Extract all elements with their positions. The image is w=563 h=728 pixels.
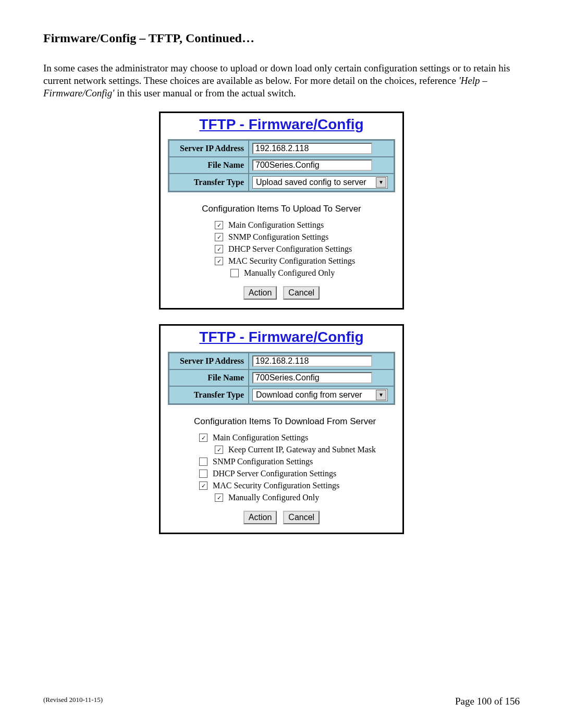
checkbox-icon — [215, 446, 223, 454]
page-heading: Firmware/Config – TFTP, Continued… — [43, 31, 520, 45]
server-ip-input[interactable] — [252, 355, 372, 367]
check-keep-ip[interactable]: Keep Current IP, Gateway and Subnet Mask — [199, 445, 395, 454]
action-button[interactable]: Action — [243, 511, 277, 524]
checkbox-icon — [199, 434, 207, 442]
check-mac[interactable]: MAC Security Configuration Settings — [199, 481, 395, 490]
revised-date: (Revised 2010-11-15) — [43, 696, 103, 707]
server-ip-label: Server IP Address — [169, 353, 249, 369]
transfer-type-label: Transfer Type — [169, 386, 249, 404]
upload-checklist: Main Configuration Settings SNMP Configu… — [168, 220, 395, 278]
check-main[interactable]: Main Configuration Settings — [215, 220, 395, 230]
checkbox-icon — [215, 493, 223, 502]
form-table: Server IP Address File Name Transfer Typ… — [168, 139, 395, 192]
intro-pre: In some cases the administrator may choo… — [43, 63, 510, 86]
config-items-heading: Configuration Items To Upload To Server — [168, 204, 395, 214]
download-panel: TFTP - Firmware/Config Server IP Address… — [159, 324, 404, 534]
check-snmp[interactable]: SNMP Configuration Settings — [199, 457, 395, 466]
checkbox-icon — [215, 257, 223, 265]
transfer-type-select[interactable]: Download config from server ▼ — [252, 389, 388, 401]
checkbox-icon — [215, 233, 223, 241]
intro-post: in this user manual or from the actual s… — [114, 88, 296, 98]
checkbox-icon — [199, 458, 207, 466]
check-label: DHCP Server Configuration Settings — [228, 244, 352, 254]
checkbox-icon — [215, 221, 223, 229]
panel-title: TFTP - Firmware/Config — [168, 116, 395, 133]
check-label: MAC Security Configuration Settings — [228, 256, 355, 266]
cancel-button[interactable]: Cancel — [283, 511, 320, 524]
check-label: MAC Security Configuration Settings — [213, 481, 339, 490]
check-label: SNMP Configuration Settings — [228, 232, 328, 242]
file-name-input[interactable] — [252, 372, 372, 384]
checkbox-icon — [199, 482, 207, 490]
transfer-type-label: Transfer Type — [169, 174, 249, 191]
action-button[interactable]: Action — [243, 286, 277, 300]
file-name-label: File Name — [169, 369, 249, 386]
transfer-type-value: Upload saved config to server — [256, 178, 366, 187]
panel-title: TFTP - Firmware/Config — [168, 329, 395, 346]
check-manual-only[interactable]: Manually Configured Only — [199, 493, 395, 502]
form-table: Server IP Address File Name Transfer Typ… — [168, 352, 395, 405]
check-label: Keep Current IP, Gateway and Subnet Mask — [228, 445, 376, 454]
file-name-input[interactable] — [252, 159, 372, 171]
check-label: DHCP Server Configuration Settings — [213, 469, 336, 478]
server-ip-input[interactable] — [252, 143, 372, 154]
check-manual-only[interactable]: Manually Configured Only — [215, 268, 395, 278]
check-main[interactable]: Main Configuration Settings — [199, 433, 395, 442]
checkbox-icon — [230, 269, 239, 277]
checkbox-icon — [215, 245, 223, 253]
server-ip-label: Server IP Address — [169, 140, 249, 157]
config-items-heading: Configuration Items To Download From Ser… — [168, 416, 395, 427]
check-label: SNMP Configuration Settings — [213, 457, 313, 466]
download-checklist: Main Configuration Settings Keep Current… — [168, 433, 395, 502]
check-mac[interactable]: MAC Security Configuration Settings — [215, 256, 395, 266]
page-number: Page 100 of 156 — [455, 696, 520, 707]
check-snmp[interactable]: SNMP Configuration Settings — [215, 232, 395, 242]
transfer-type-value: Download config from server — [256, 390, 362, 400]
check-label: Manually Configured Only — [244, 268, 335, 278]
intro-paragraph: In some cases the administrator may choo… — [43, 62, 520, 99]
check-dhcp[interactable]: DHCP Server Configuration Settings — [215, 244, 395, 254]
cancel-button[interactable]: Cancel — [283, 286, 320, 300]
page-footer: (Revised 2010-11-15) Page 100 of 156 — [43, 696, 520, 707]
check-label: Manually Configured Only — [228, 493, 319, 502]
upload-panel: TFTP - Firmware/Config Server IP Address… — [159, 112, 404, 310]
check-label: Main Configuration Settings — [213, 433, 308, 442]
file-name-label: File Name — [169, 157, 249, 174]
check-label: Main Configuration Settings — [228, 220, 324, 230]
check-dhcp[interactable]: DHCP Server Configuration Settings — [199, 469, 395, 478]
chevron-down-icon: ▼ — [376, 177, 386, 188]
transfer-type-select[interactable]: Upload saved config to server ▼ — [252, 176, 388, 189]
checkbox-icon — [199, 470, 207, 478]
chevron-down-icon: ▼ — [376, 390, 386, 400]
